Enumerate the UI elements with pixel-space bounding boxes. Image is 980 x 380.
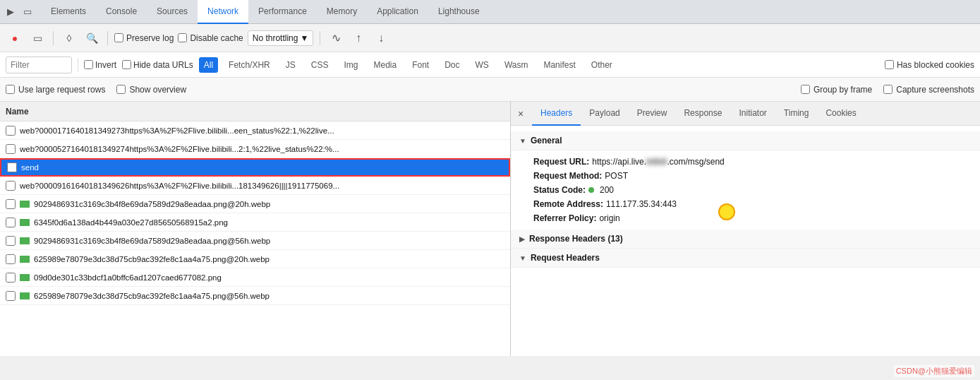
has-blocked-cookies-checkbox[interactable]: Has blocked cookies — [885, 60, 974, 70]
tab-console[interactable]: Console — [96, 0, 147, 24]
url-suffix: .com/msg/send — [667, 157, 724, 167]
status-code-label: Status Code: — [533, 185, 586, 195]
row-checkbox-5[interactable] — [6, 199, 16, 209]
row-name-9: 09d0de301c33bdcf1a0bf​fc6ad1207caed67708… — [34, 273, 222, 282]
row-checkbox-2[interactable] — [6, 144, 16, 154]
filter-bar: Invert Hide data URLs All Fetch/XHR JS C… — [0, 52, 980, 78]
table-row[interactable]: 625989e78079e3dc38d75​cb9ac392fe8c1aa4a7… — [0, 250, 510, 268]
filter-all-btn[interactable]: All — [199, 57, 218, 73]
filter-css-btn[interactable]: CSS — [306, 57, 334, 73]
invert-checkbox[interactable]: Invert — [84, 60, 116, 70]
disable-cache-input[interactable] — [178, 33, 187, 42]
response-headers-section[interactable]: ▶ Response Headers (13) — [511, 230, 980, 249]
record-button[interactable]: ● — [6, 29, 24, 47]
throttle-chevron-icon: ▼ — [300, 33, 308, 43]
general-section-body: Request URL: https://api.live.bilibili.c… — [511, 150, 980, 230]
filter-font-btn[interactable]: Font — [407, 57, 434, 73]
filter-input-wrap[interactable] — [6, 57, 72, 73]
filter-fetchxhr-btn[interactable]: Fetch/XHR — [224, 57, 275, 73]
table-row[interactable]: web?000052716401813492​74https%3A%2F%2Fl… — [0, 140, 510, 158]
row-checkbox-4[interactable] — [6, 181, 16, 191]
tab-memory[interactable]: Memory — [317, 0, 367, 24]
table-row[interactable]: 9029486931c3169c3b4f8​e69da7589d29a8eada… — [0, 195, 510, 213]
response-headers-triangle-icon: ▶ — [519, 235, 525, 243]
has-blocked-input[interactable] — [885, 60, 894, 69]
tab-elements[interactable]: Elements — [41, 0, 96, 24]
filter-doc-btn[interactable]: Doc — [440, 57, 464, 73]
row-name-2: web?000052716401813492​74https%3A%2F%2Fl… — [20, 145, 339, 153]
tab-sources[interactable]: Sources — [147, 0, 198, 24]
preserve-log-checkbox[interactable]: Preserve log — [114, 33, 174, 43]
img-icon-7 — [20, 237, 30, 244]
tab-initiator[interactable]: Initiator — [730, 102, 775, 126]
filter-media-btn[interactable]: Media — [368, 57, 401, 73]
group-by-frame-input[interactable] — [801, 85, 810, 94]
filter-manifest-btn[interactable]: Manifest — [538, 57, 580, 73]
general-section-header[interactable]: ▼ General — [511, 131, 980, 150]
filter-input[interactable] — [11, 60, 67, 70]
search-button[interactable]: 🔍 — [83, 29, 101, 47]
large-rows-input[interactable] — [6, 85, 15, 94]
table-row[interactable]: 6345f0d6a138ad4b449a0​30e27d85650568915a… — [0, 213, 510, 232]
tab-application[interactable]: Application — [367, 0, 428, 24]
row-checkbox-6[interactable] — [6, 218, 16, 227]
filter-button[interactable]: ◊ — [60, 29, 78, 47]
row-checkbox-10[interactable] — [6, 291, 16, 301]
clear-button[interactable]: ▭ — [28, 29, 47, 47]
table-row[interactable]: send — [0, 158, 510, 177]
close-detail-button[interactable]: × — [514, 107, 528, 121]
tab-cookies[interactable]: Cookies — [817, 102, 864, 126]
capture-screenshots-checkbox[interactable]: Capture screenshots — [883, 85, 974, 95]
throttle-select[interactable]: No throttling ▼ — [248, 30, 314, 46]
invert-input[interactable] — [84, 60, 93, 69]
filter-sep1 — [78, 58, 78, 72]
tab-payload[interactable]: Payload — [581, 102, 628, 126]
row-checkbox-1[interactable] — [6, 126, 16, 136]
filter-ws-btn[interactable]: WS — [471, 57, 494, 73]
table-row[interactable]: web?000091616401813496​26https%3A%2F%2Fl… — [0, 177, 510, 195]
filter-img-btn[interactable]: Img — [339, 57, 363, 73]
tab-lighthouse[interactable]: Lighthouse — [428, 0, 490, 24]
hide-data-urls-input[interactable] — [122, 60, 131, 69]
remote-address-value: 111.177.35.34:443 — [606, 199, 677, 209]
show-overview-input[interactable] — [116, 85, 126, 94]
invert-label: Invert — [95, 60, 116, 70]
inspect-icon[interactable]: ▶ — [3, 4, 18, 20]
table-row[interactable]: 625989e78079e3dc38d75​cb9ac392fe8c1aa4a7… — [0, 287, 510, 305]
tab-network[interactable]: Network — [198, 0, 248, 24]
table-row[interactable]: 09d0de301c33bdcf1a0bf​fc6ad1207caed67708… — [0, 268, 510, 287]
tab-timing[interactable]: Timing — [775, 102, 818, 126]
tab-headers[interactable]: Headers — [532, 102, 581, 126]
show-overview-checkbox[interactable]: Show overview — [116, 85, 186, 95]
device-icon[interactable]: ▭ — [20, 4, 35, 20]
img-icon-8 — [20, 256, 30, 263]
upload-icon[interactable]: ↑ — [349, 29, 368, 47]
table-row[interactable]: 9029486931c3169c3b4f8​e69da7589d29a8eada… — [0, 232, 510, 250]
request-headers-section-header[interactable]: ▼ Request Headers — [511, 249, 980, 268]
request-method-label: Request Method: — [533, 171, 602, 181]
wifi-icon[interactable]: ∿ — [327, 29, 345, 47]
capture-screenshots-input[interactable] — [883, 85, 893, 94]
throttle-label: No throttling — [253, 33, 298, 43]
filter-js-btn[interactable]: JS — [281, 57, 301, 73]
large-rows-checkbox[interactable]: Use large request rows — [6, 85, 105, 95]
row-checkbox-7[interactable] — [6, 236, 16, 246]
filter-other-btn[interactable]: Other — [586, 57, 617, 73]
group-by-frame-checkbox[interactable]: Group by frame — [801, 85, 872, 95]
row-checkbox-8[interactable] — [6, 254, 16, 264]
disable-cache-label: Disable cache — [190, 33, 243, 43]
tab-response[interactable]: Response — [675, 102, 730, 126]
row-checkbox-3[interactable] — [7, 162, 17, 172]
hide-data-urls-checkbox[interactable]: Hide data URLs — [122, 60, 193, 70]
tab-preview[interactable]: Preview — [629, 102, 676, 126]
table-row[interactable]: web?000017164018134927​3https%3A%2F%2Fli… — [0, 121, 510, 140]
disable-cache-checkbox[interactable]: Disable cache — [178, 33, 243, 43]
filter-wasm-btn[interactable]: Wasm — [500, 57, 533, 73]
preserve-log-input[interactable] — [114, 33, 123, 42]
row-checkbox-9[interactable] — [6, 273, 16, 283]
img-icon-5 — [20, 201, 30, 208]
tab-performance[interactable]: Performance — [248, 0, 317, 24]
download-icon[interactable]: ↓ — [372, 29, 390, 47]
group-by-frame-label: Group by frame — [813, 85, 872, 95]
referrer-policy-value: origin — [599, 213, 619, 223]
